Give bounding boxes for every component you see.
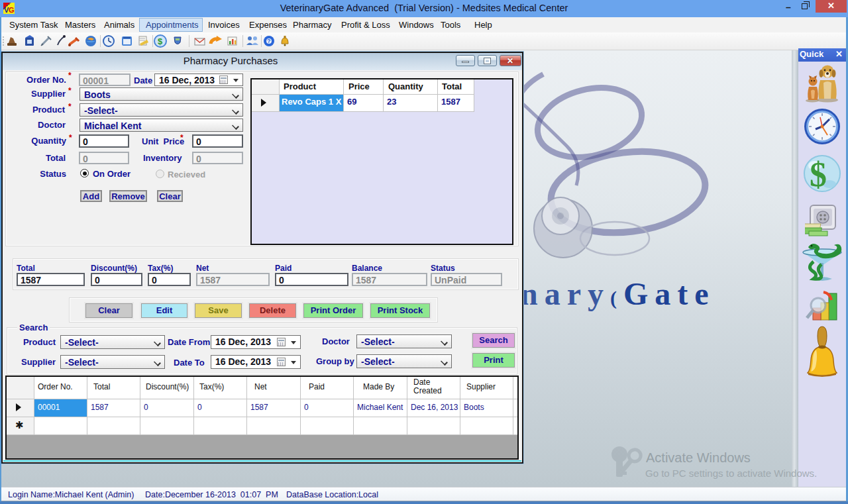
svg-text:?: ? — [267, 38, 271, 44]
svg-text:$: $ — [158, 36, 163, 46]
svg-text:$: $ — [810, 156, 827, 193]
svg-text:G: G — [9, 6, 15, 14]
